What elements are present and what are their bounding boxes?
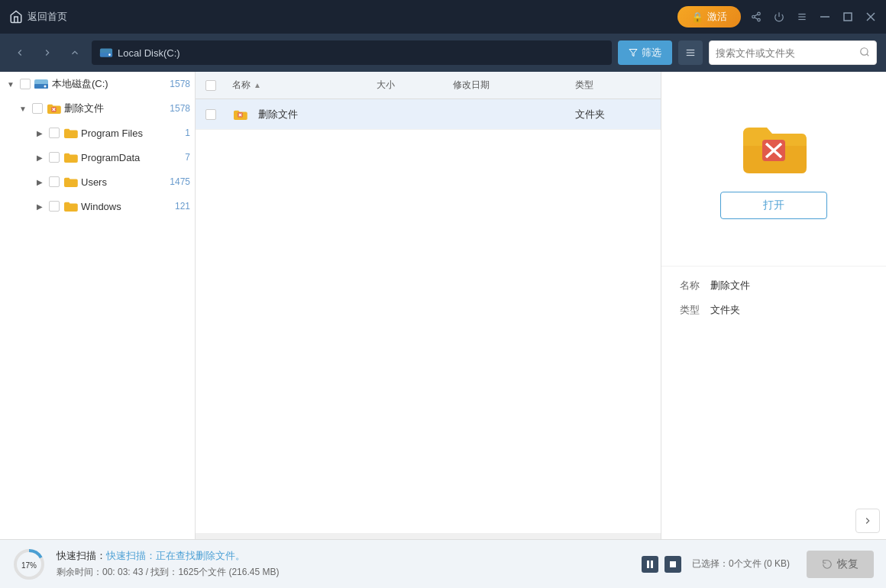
sidebar-item-deleted[interactable]: ▼ 删除文件 1578 bbox=[0, 96, 195, 121]
right-panel: 打开 名称 删除文件 类型 文件夹 bbox=[661, 72, 886, 539]
search-icon bbox=[859, 47, 870, 60]
program-files-label: Program Files bbox=[81, 128, 182, 139]
selected-info: 已选择：0个文件 (0 KB) bbox=[692, 557, 790, 570]
row-checkbox[interactable] bbox=[205, 109, 216, 120]
table-row[interactable]: 删除文件 文件夹 bbox=[196, 99, 661, 130]
power-icon[interactable] bbox=[773, 11, 785, 23]
home-icon bbox=[9, 10, 23, 24]
sidebar: ▼ 本地磁盘(C:) 1578 ▼ 删除文件 157 bbox=[0, 72, 196, 539]
arrow-program-files: ▶ bbox=[34, 127, 46, 139]
filter-button[interactable]: 筛选 bbox=[618, 40, 672, 65]
arrow-users: ▶ bbox=[34, 176, 46, 188]
info-row-type: 类型 文件夹 bbox=[680, 303, 868, 317]
col-header-type: 类型 bbox=[569, 79, 661, 92]
deleted-folder-icon bbox=[46, 102, 61, 115]
info-label-type: 类型 bbox=[680, 303, 710, 317]
svg-marker-16 bbox=[629, 50, 637, 57]
scan-controls bbox=[642, 556, 681, 573]
close-button[interactable] bbox=[865, 11, 877, 23]
search-box[interactable] bbox=[709, 40, 877, 65]
windows-count: 121 bbox=[175, 201, 190, 212]
col-header-size: 大小 bbox=[370, 79, 447, 92]
path-bar: Local Disk(C:) bbox=[92, 40, 612, 65]
svg-point-15 bbox=[108, 53, 111, 56]
row-cell-type: 文件夹 bbox=[569, 108, 661, 121]
minimize-button[interactable] bbox=[819, 11, 831, 23]
users-label: Users bbox=[81, 176, 167, 188]
back-button[interactable] bbox=[9, 42, 31, 63]
info-row-name: 名称 删除文件 bbox=[680, 279, 868, 292]
col-header-date: 修改日期 bbox=[447, 79, 569, 92]
horizontal-scrollbar[interactable] bbox=[196, 533, 661, 539]
programdata-label: ProgramData bbox=[81, 152, 182, 163]
checkbox-windows[interactable] bbox=[49, 201, 60, 212]
hamburger-icon bbox=[685, 47, 696, 58]
svg-rect-39 bbox=[670, 561, 676, 567]
file-list: 名称 ▲ 大小 修改日期 类型 bbox=[196, 72, 661, 539]
checkbox-program-files[interactable] bbox=[49, 128, 60, 138]
forward-button[interactable] bbox=[37, 42, 58, 63]
home-label: 返回首页 bbox=[27, 10, 67, 24]
next-arrow-button[interactable] bbox=[855, 509, 880, 533]
checkbox-deleted[interactable] bbox=[32, 103, 43, 114]
drive-icon-small bbox=[34, 78, 49, 90]
row-folder-icon bbox=[232, 108, 247, 121]
info-label-name: 名称 bbox=[680, 279, 710, 292]
sidebar-item-local-disk[interactable]: ▼ 本地磁盘(C:) 1578 bbox=[0, 72, 195, 96]
folder-icon-programdata bbox=[63, 151, 78, 163]
checkbox-programdata[interactable] bbox=[49, 152, 60, 163]
sidebar-item-windows[interactable]: ▶ Windows 121 bbox=[0, 194, 195, 218]
header-checkbox[interactable] bbox=[205, 80, 216, 91]
deleted-count: 1578 bbox=[170, 103, 190, 114]
menu-button[interactable] bbox=[678, 40, 703, 65]
lock-icon: 🔒 bbox=[691, 11, 703, 23]
info-value-name: 删除文件 bbox=[710, 279, 868, 292]
filter-icon bbox=[629, 48, 638, 57]
sidebar-item-programdata[interactable]: ▶ ProgramData 7 bbox=[0, 145, 195, 170]
window-controls bbox=[750, 11, 877, 23]
search-input[interactable] bbox=[716, 47, 855, 59]
home-button[interactable]: 返回首页 bbox=[9, 10, 67, 24]
users-count: 1475 bbox=[170, 176, 190, 187]
info-value-type: 文件夹 bbox=[710, 303, 868, 317]
checkbox-users[interactable] bbox=[49, 176, 60, 187]
title-bar: 返回首页 🔒 激活 bbox=[0, 0, 886, 34]
activate-button[interactable]: 🔒 激活 bbox=[677, 6, 741, 27]
svg-rect-10 bbox=[844, 13, 852, 21]
sidebar-item-users[interactable]: ▶ Users 1475 bbox=[0, 170, 195, 194]
checkbox-local-disk[interactable] bbox=[20, 79, 31, 89]
row-cell-name: 删除文件 bbox=[226, 108, 370, 121]
local-disk-count: 1578 bbox=[170, 79, 190, 89]
svg-point-2 bbox=[758, 18, 761, 21]
progress-circle: 17% bbox=[12, 548, 46, 581]
svg-point-0 bbox=[758, 12, 761, 15]
arrow-programdata: ▶ bbox=[34, 151, 46, 163]
header-checkbox-col bbox=[196, 80, 226, 91]
windows-label: Windows bbox=[81, 201, 172, 212]
maximize-button[interactable] bbox=[842, 11, 854, 23]
status-bar: 17% 快速扫描：快速扫描：正在查找删除文件。 剩余时间：00: 03: 43 … bbox=[0, 539, 886, 588]
pause-icon bbox=[647, 561, 653, 568]
row-checkbox-col bbox=[196, 109, 226, 120]
svg-point-1 bbox=[752, 15, 755, 18]
svg-rect-37 bbox=[647, 561, 649, 568]
arrow-expanded-deleted: ▼ bbox=[17, 102, 29, 115]
stop-icon bbox=[670, 561, 676, 567]
pause-button[interactable] bbox=[642, 556, 658, 573]
open-button[interactable]: 打开 bbox=[720, 192, 827, 219]
restore-icon bbox=[822, 559, 833, 570]
folder-icon-users bbox=[63, 176, 78, 188]
status-main-text: 快速扫描：快速扫描：正在查找删除文件。 bbox=[57, 549, 631, 563]
stop-button[interactable] bbox=[664, 556, 681, 573]
col-header-name: 名称 ▲ bbox=[226, 79, 370, 92]
sidebar-item-program-files[interactable]: ▶ Program Files 1 bbox=[0, 121, 195, 145]
row-name-text: 删除文件 bbox=[252, 108, 304, 121]
file-list-header: 名称 ▲ 大小 修改日期 类型 bbox=[196, 72, 661, 99]
share-icon[interactable] bbox=[750, 11, 762, 23]
up-button[interactable] bbox=[64, 42, 86, 63]
svg-rect-38 bbox=[651, 561, 653, 568]
arrow-windows: ▶ bbox=[34, 200, 46, 212]
toolbar: Local Disk(C:) 筛选 bbox=[0, 34, 886, 72]
restore-button[interactable]: 恢复 bbox=[807, 551, 874, 578]
settings-icon[interactable] bbox=[796, 11, 808, 23]
